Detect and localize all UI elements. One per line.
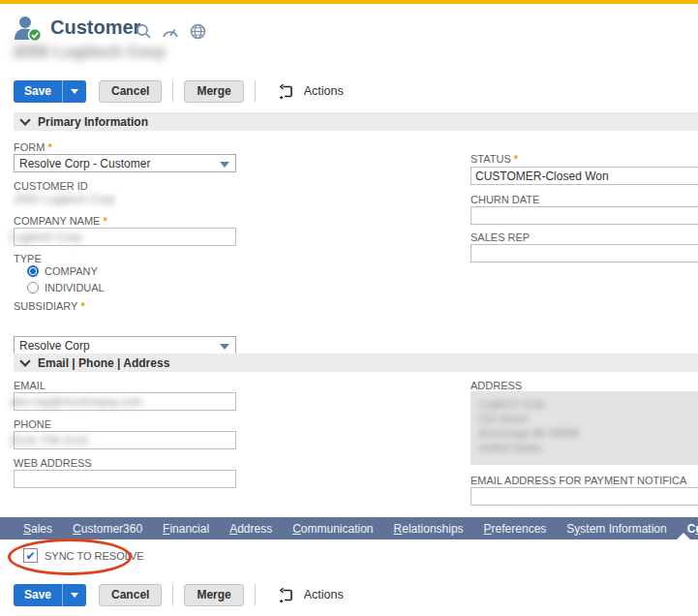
- phone-label: PHONE: [14, 418, 51, 430]
- status-label: STATUS*: [470, 153, 518, 165]
- caret-down-icon: [71, 593, 78, 598]
- required-marker: *: [103, 215, 106, 227]
- required-marker: *: [47, 141, 51, 153]
- active-tab-notch: [677, 533, 690, 539]
- collapse-chevron-icon: [19, 114, 30, 125]
- sales-rep-label: SALES REP: [470, 231, 530, 243]
- merge-button[interactable]: Merge: [184, 584, 243, 606]
- email-value-redacted: alex-log@resolvepay.com: [10, 395, 142, 409]
- address-label: ADDRESS: [470, 380, 522, 391]
- required-marker: *: [80, 300, 84, 312]
- section-primary-information[interactable]: Primary Information: [14, 112, 698, 131]
- customer-record-page: Customer 2050 Logitech Corp Save Cancel: [0, 0, 698, 616]
- actions-label: Actions: [304, 588, 344, 601]
- section-email-phone-address[interactable]: Email | Phone | Address: [14, 354, 698, 372]
- collapse-chevron-icon: [19, 355, 30, 366]
- form-select[interactable]: Resolve Corp - Customer: [14, 154, 236, 172]
- subsidiary-label: SUBSIDIARY*: [14, 300, 85, 312]
- globe-icon[interactable]: [190, 23, 206, 40]
- address-line-redacted: United States: [478, 441, 698, 455]
- address-display-box: Logitech Corp123 StreetAnchorage AK 9950…: [470, 391, 698, 465]
- customer-record-icon: [13, 15, 44, 44]
- sync-to-resolve-field[interactable]: ✔ SYNC TO RESOLVE: [23, 548, 144, 563]
- tab-address[interactable]: Address: [229, 522, 272, 536]
- save-split-button[interactable]: Save: [14, 80, 86, 103]
- cancel-button[interactable]: Cancel: [99, 584, 162, 606]
- actions-icon: [278, 83, 294, 100]
- merge-button[interactable]: Merge: [184, 80, 243, 103]
- address-line-redacted: Logitech Corp: [478, 397, 698, 412]
- toolbar-divider: [255, 584, 256, 605]
- tab-sales[interactable]: Sales: [23, 522, 52, 536]
- churn-date-label: CHURN DATE: [470, 194, 539, 205]
- chevron-down-icon: [220, 162, 229, 168]
- save-dropdown-button[interactable]: [62, 584, 86, 606]
- sales-rep-input[interactable]: [470, 244, 698, 262]
- checkmark-icon: ✔: [25, 550, 35, 562]
- chevron-down-icon: [220, 344, 229, 350]
- bottom-toolbar: Save Cancel Merge Actions: [14, 583, 691, 606]
- company-name-label: COMPANY NAME*: [14, 215, 107, 227]
- section-title: Primary Information: [38, 115, 148, 129]
- top-accent-bar: [0, 0, 698, 4]
- phone-value-redacted: (514) 706-3142: [10, 434, 89, 447]
- web-address-label: WEB ADDRESS: [14, 457, 92, 469]
- save-button[interactable]: Save: [14, 584, 62, 606]
- type-radio-company[interactable]: COMPANY: [27, 265, 105, 277]
- churn-date-input[interactable]: [470, 206, 698, 225]
- radio-option-label: COMPANY: [45, 265, 98, 277]
- toolbar-divider: [255, 80, 256, 102]
- save-button[interactable]: Save: [14, 80, 62, 103]
- required-marker: *: [514, 153, 518, 165]
- actions-icon: [278, 587, 294, 603]
- web-address-input[interactable]: [14, 470, 236, 488]
- type-radio-individual[interactable]: INDIVIDUAL: [27, 282, 105, 293]
- address-line-redacted: 123 Street: [478, 412, 698, 426]
- customer-id-value-redacted: 2050 Logitech Corp: [14, 193, 115, 206]
- tab-relationships[interactable]: Relationships: [394, 522, 464, 536]
- payment-notification-email-label: EMAIL ADDRESS FOR PAYMENT NOTIFICA: [470, 475, 686, 486]
- status-input[interactable]: [470, 167, 698, 185]
- form-label: FORM*: [14, 141, 52, 153]
- sync-to-resolve-label: SYNC TO RESOLVE: [45, 550, 144, 562]
- save-split-button[interactable]: Save: [14, 584, 86, 606]
- company-name-value-redacted: Logitech Corp: [10, 231, 82, 244]
- email-label: EMAIL: [14, 380, 46, 391]
- type-label: TYPE: [14, 253, 42, 264]
- cancel-button[interactable]: Cancel: [99, 80, 162, 103]
- toolbar-divider: [172, 80, 173, 102]
- sync-to-resolve-checkbox[interactable]: ✔: [23, 548, 38, 563]
- address-line-redacted: Anchorage AK 99508: [478, 426, 698, 441]
- type-radio-group: COMPANYINDIVIDUAL: [27, 265, 105, 298]
- actions-label: Actions: [304, 84, 344, 98]
- section-title: Email | Phone | Address: [38, 356, 169, 370]
- tab-system-information[interactable]: System Information: [566, 522, 666, 536]
- tab-communication[interactable]: Communication: [292, 522, 373, 536]
- record-tab-bar: SalesCustomer360FinancialAddressCommunic…: [0, 517, 698, 539]
- save-dropdown-button[interactable]: [62, 80, 86, 103]
- customer-id-label: CUSTOMER ID: [14, 180, 88, 192]
- actions-menu[interactable]: Actions: [278, 587, 344, 603]
- dashboard-gauge-icon[interactable]: [162, 25, 178, 42]
- tab-preferences[interactable]: Preferences: [484, 522, 547, 536]
- toolbar-divider: [172, 584, 173, 605]
- radio-option-label: INDIVIDUAL: [45, 282, 105, 293]
- record-name-redacted: 2050 Logitech Corp: [13, 43, 166, 62]
- payment-notification-email-input[interactable]: [470, 487, 698, 506]
- tab-financial[interactable]: Financial: [163, 522, 209, 536]
- subsidiary-select[interactable]: Resolve Corp: [14, 336, 236, 354]
- tab-customer360[interactable]: Customer360: [73, 522, 142, 536]
- actions-menu[interactable]: Actions: [278, 83, 344, 100]
- radio-selected-icon[interactable]: [27, 265, 39, 277]
- top-toolbar: Save Cancel Merge Actions: [14, 79, 691, 103]
- page-title: Customer: [50, 16, 140, 39]
- caret-down-icon: [71, 89, 78, 94]
- radio-unselected-icon[interactable]: [27, 282, 39, 293]
- search-icon[interactable]: [136, 23, 152, 40]
